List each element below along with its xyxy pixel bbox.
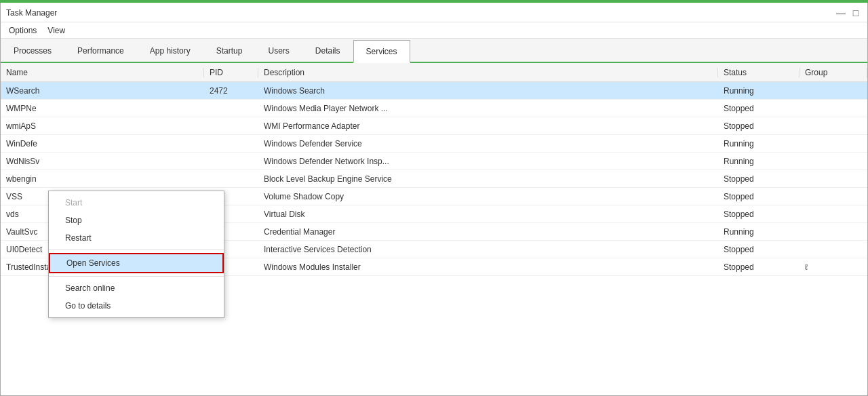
cell-description: Credential Manager: [258, 227, 718, 237]
cell-status: Stopped: [718, 262, 800, 272]
cell-status: Stopped: [718, 121, 800, 131]
tab-processes[interactable]: Processes: [1, 39, 64, 62]
cell-name: WinDefe: [1, 139, 204, 148]
cell-description: Windows Modules Installer: [258, 262, 718, 272]
cell-description: WMI Performance Adapter: [258, 121, 718, 131]
title-bar-controls: — □: [835, 7, 862, 19]
cell-description: Windows Search: [258, 86, 718, 96]
cell-status: Running: [718, 86, 800, 96]
title-bar-left: Task Manager: [6, 8, 57, 18]
col-header-description: Description: [258, 68, 718, 77]
menu-bar: Options View: [1, 22, 867, 39]
cell-description: Volume Shadow Copy: [258, 192, 718, 201]
cell-status: Running: [718, 157, 800, 166]
tab-performance[interactable]: Performance: [64, 39, 137, 62]
context-menu: StartStopRestartOpen ServicesSearch onli…: [48, 191, 224, 318]
col-header-pid: PID: [204, 68, 258, 77]
cell-pid: 2472: [204, 86, 258, 96]
maximize-button[interactable]: □: [850, 7, 862, 19]
table-row[interactable]: WinDefe Windows Defender Service Running: [1, 135, 867, 153]
col-header-name: Name: [1, 68, 204, 77]
col-header-group: Group: [800, 68, 867, 77]
context-menu-item-stop[interactable]: Stop: [49, 212, 224, 229]
menu-options[interactable]: Options: [3, 24, 42, 37]
title-bar: Task Manager — □: [1, 3, 867, 22]
context-menu-item-open-services[interactable]: Open Services: [49, 253, 224, 273]
table-header: Name PID Description Status Group: [1, 63, 867, 82]
minimize-button[interactable]: —: [835, 7, 847, 19]
cell-description: Block Level Backup Engine Service: [258, 174, 718, 184]
cell-description: Virtual Disk: [258, 210, 718, 219]
table-row[interactable]: WMPNe Windows Media Player Network ... S…: [1, 100, 867, 117]
cell-name: WdNisSv: [1, 157, 204, 166]
tab-users[interactable]: Users: [255, 39, 302, 62]
cell-status: Stopped: [718, 210, 800, 219]
cell-status: Stopped: [718, 104, 800, 113]
context-menu-separator: [49, 276, 224, 277]
cell-description: Interactive Services Detection: [258, 245, 718, 254]
context-menu-item-search-online[interactable]: Search online: [49, 279, 224, 297]
tab-startup[interactable]: Startup: [203, 39, 256, 62]
cell-name: WMPNe: [1, 104, 204, 113]
cell-name: wmiApS: [1, 121, 204, 131]
table-row[interactable]: WSearch 2472 Windows Search Running: [1, 82, 867, 100]
context-menu-separator: [49, 250, 224, 250]
cell-name: WSearch: [1, 86, 204, 96]
context-menu-item-start: Start: [49, 194, 224, 212]
table-row[interactable]: wbengin Block Level Backup Engine Servic…: [1, 170, 867, 188]
content-area: Name PID Description Status Group WSearc…: [1, 63, 867, 395]
task-manager-window: Task Manager — □ Options View Processes …: [0, 0, 868, 396]
tabs-bar: Processes Performance App history Startu…: [1, 39, 867, 63]
window-title: Task Manager: [6, 8, 57, 18]
cell-description: Windows Media Player Network ...: [258, 104, 718, 113]
cell-status: Running: [718, 139, 800, 148]
menu-view[interactable]: View: [42, 24, 71, 37]
cell-status: Running: [718, 227, 800, 237]
table-row[interactable]: wmiApS WMI Performance Adapter Stopped: [1, 117, 867, 135]
table-row[interactable]: WdNisSv Windows Defender Network Insp...…: [1, 153, 867, 170]
cell-status: Stopped: [718, 192, 800, 201]
cell-status: Stopped: [718, 174, 800, 184]
cell-description: Windows Defender Service: [258, 139, 718, 148]
cell-status: Stopped: [718, 245, 800, 254]
cell-group: ℓ: [800, 262, 867, 272]
context-menu-item-restart[interactable]: Restart: [49, 229, 224, 247]
context-menu-item-go-to-details[interactable]: Go to details: [49, 297, 224, 315]
accent-bar: [0, 0, 868, 3]
cell-name: wbengin: [1, 174, 204, 184]
cell-description: Windows Defender Network Insp...: [258, 157, 718, 166]
col-header-status: Status: [718, 68, 800, 77]
tab-app-history[interactable]: App history: [137, 39, 203, 62]
tab-services[interactable]: Services: [353, 40, 410, 63]
tab-details[interactable]: Details: [302, 39, 353, 62]
